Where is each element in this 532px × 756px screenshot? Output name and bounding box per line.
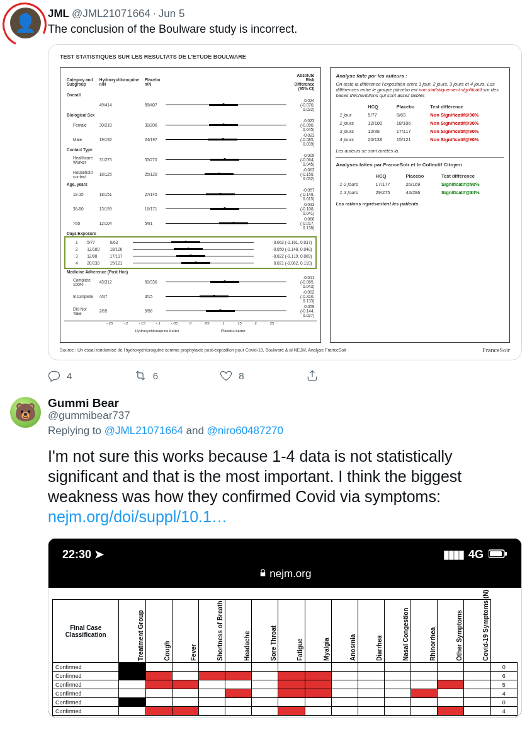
avatar-gummibear[interactable]: 🐻 [10, 397, 41, 428]
analysis-table-2: HCQPlaceboTest différence1-2 jours17/177… [336, 171, 504, 197]
tweet-header: Gummi Bear @gummibear737 [48, 397, 522, 422]
phone-screenshot[interactable]: 22:30 ➤ ▮▮▮▮ 4G nejm.org Final Case [48, 538, 522, 718]
embedded-image[interactable]: TEST STATISTIQUES SUR LES RESULTATS DE L… [48, 44, 522, 360]
tweet-actions: 4 6 8 [48, 369, 319, 382]
source-row: Source : Un essai randomisé de l'hydroxy… [60, 346, 510, 353]
tweet-main: JML @JML21071664 · Jun 5 The conclusion … [48, 8, 522, 382]
tweet-text: I'm not sure this works because 1-4 data… [48, 446, 522, 527]
heart-icon [220, 369, 232, 382]
tweet-gummibear: 🐻 Gummi Bear @gummibear737 Replying to @… [0, 389, 532, 725]
phone-time: 22:30 ➤ [62, 547, 104, 561]
analysis-note1: Les auteurs se sont arrétés là. [336, 148, 504, 154]
location-icon: ➤ [94, 548, 104, 561]
source-text: Source : Un essai randomisé de l'hydroxy… [60, 348, 346, 352]
reply-and: and [183, 425, 207, 437]
analysis-note2: Les rations représentent les patients [336, 201, 504, 207]
dot: · [153, 8, 156, 20]
url-text: nejm.org [269, 568, 311, 580]
symptom-table: Final Case ClassificationTreatment Group… [52, 599, 518, 716]
like-button[interactable]: 8 [220, 369, 244, 382]
reply-prefix: Replying to [48, 425, 105, 437]
display-name[interactable]: Gummi Bear [48, 397, 119, 410]
mention-2[interactable]: @niro60487270 [207, 425, 283, 437]
analysis-box: Analyse faite par les auteurs : On teste… [330, 67, 510, 343]
chart-row: Category and SubgroupHydroxychloroquine … [60, 67, 510, 343]
avatar-jml[interactable]: 👤 [10, 8, 41, 38]
avatar-column: 🐻 [10, 397, 48, 718]
reply-button[interactable]: 4 [48, 369, 72, 382]
reply-icon [48, 369, 60, 382]
lock-icon [259, 568, 267, 580]
battery-icon [489, 548, 507, 561]
avatar-column: 👤 [10, 8, 48, 382]
tweet-jml: 👤 JML @JML21071664 · Jun 5 The conclusio… [0, 0, 532, 389]
handle[interactable]: @JML21071664 [72, 8, 150, 20]
tweet-text-body: I'm not sure this works because 1-4 data… [48, 447, 461, 505]
mention-1[interactable]: @JML21071664 [105, 425, 183, 437]
reply-to-line: Replying to @JML21071664 and @niro604872… [48, 425, 522, 437]
svg-rect-2 [505, 552, 507, 556]
timestamp[interactable]: Jun 5 [159, 8, 185, 20]
like-count: 8 [239, 370, 244, 381]
phone-status-right: ▮▮▮▮ 4G [443, 547, 507, 561]
axis-right-label: Placebo better [221, 329, 246, 333]
symptom-table-area: Final Case ClassificationTreatment Group… [48, 588, 521, 717]
share-button[interactable] [306, 369, 319, 382]
forest-chart-card: TEST STATISTIQUES SUR LES RESULTATS DE L… [48, 45, 521, 360]
forest-table: Category and SubgroupHydroxychloroquine … [64, 72, 317, 318]
francesoir-logo: FranceSoir [482, 346, 510, 353]
display-name[interactable]: JML [48, 8, 69, 20]
tweet-link[interactable]: nejm.org/doi/suppl/10.1… [48, 508, 227, 525]
phone-url-bar: nejm.org [48, 565, 521, 588]
tweet-text: The conclusion of the Boulware study is … [48, 21, 522, 37]
forest-axis: Hydroxychloroquine better Placebo better… [64, 321, 317, 338]
analysis-table-1: HCQPlaceboTest différence1 jour5/778/63N… [336, 102, 504, 144]
network-label: 4G [468, 548, 484, 561]
axis-left-label: Hydroxychloroquine better [135, 329, 179, 333]
tweet-header: JML @JML21071664 · Jun 5 [48, 8, 522, 20]
reply-count: 4 [67, 370, 72, 381]
retweet-button[interactable]: 6 [134, 369, 158, 382]
intro-red: non statistiquement significatif [419, 87, 482, 93]
analysis-title-1: Analyse faite par les auteurs : [336, 73, 504, 79]
tweet-main: Gummi Bear @gummibear737 Replying to @JM… [48, 397, 522, 718]
handle[interactable]: @gummibear737 [48, 410, 130, 422]
forest-plot: Category and SubgroupHydroxychloroquine … [60, 67, 321, 343]
chart-title: TEST STATISTIQUES SUR LES RESULTATS DE L… [60, 54, 510, 60]
analysis-title-2: Analyses faites par FranceSoir et le Col… [336, 162, 504, 168]
retweet-icon [134, 369, 147, 382]
retweet-count: 6 [153, 370, 158, 381]
time-text: 22:30 [62, 548, 91, 561]
share-icon [306, 369, 319, 382]
phone-status-bar: 22:30 ➤ ▮▮▮▮ 4G [48, 539, 521, 565]
signal-icon: ▮▮▮▮ [443, 547, 463, 561]
analysis-intro: On teste la différence l'exposition entr… [336, 81, 504, 98]
svg-rect-1 [490, 551, 502, 556]
